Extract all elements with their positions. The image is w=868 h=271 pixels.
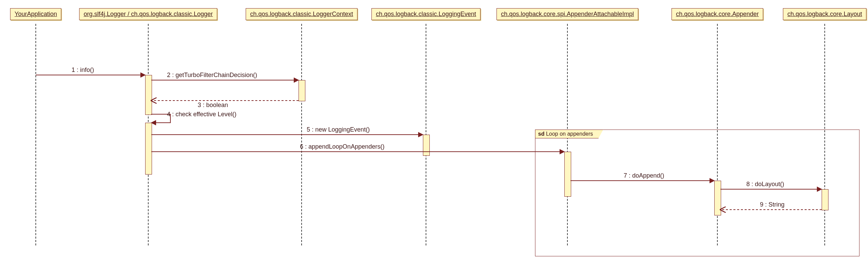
msg-append-loop: 6 : appendLoopOnAppenders() bbox=[300, 143, 384, 150]
msg-info: 1 : info() bbox=[72, 66, 94, 74]
arrows-layer bbox=[0, 0, 868, 271]
msg-do-layout: 8 : doLayout() bbox=[746, 181, 784, 188]
msg-string: 9 : String bbox=[760, 201, 785, 208]
msg-get-turbo-filter: 2 : getTurboFilterChainDecision() bbox=[167, 72, 257, 79]
msg-check-effective-level: 4 : check effective Level() bbox=[167, 111, 237, 118]
msg-do-append: 7 : doAppend() bbox=[624, 172, 664, 179]
msg-new-logging-event: 5 : new LoggingEvent() bbox=[307, 126, 370, 133]
msg-boolean: 3 : boolean bbox=[198, 102, 228, 109]
sequence-diagram: YourApplication org.slf4j.Logger / ch.qo… bbox=[0, 0, 868, 271]
